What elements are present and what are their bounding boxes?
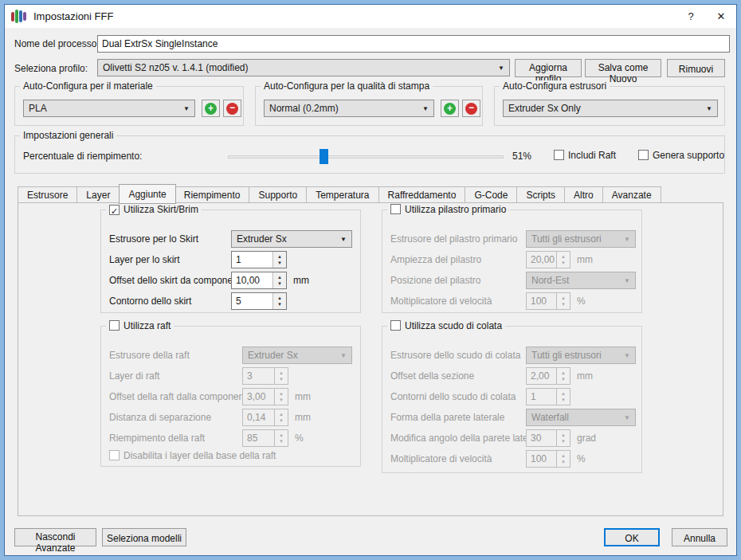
raft-offset-label: Offset della raft dalla componente <box>109 391 252 402</box>
spinner-arrows: ▲▼ <box>556 252 570 268</box>
tab-temperatura[interactable]: Temperatura <box>307 186 378 203</box>
tab-estrusore[interactable]: Estrusore <box>18 186 77 203</box>
title-bar[interactable]: Impostazioni FFF ? ✕ <box>5 5 736 28</box>
quality-select[interactable]: Normal (0.2mm) ▼ <box>264 100 434 117</box>
general-settings-group: Impostazioni generali Percentuale di rie… <box>14 135 725 174</box>
skirt-layers-spinner[interactable]: 1 ▲▼ <box>231 251 287 268</box>
add-quality-button[interactable]: + <box>441 100 459 117</box>
spinner-arrows: ▲▼ <box>556 430 570 446</box>
chevron-down-icon: ▼ <box>624 414 635 421</box>
tab-altro[interactable]: Altro <box>565 186 603 203</box>
raft-offset-spinner: 3,00 ▲▼ <box>242 388 288 405</box>
tab-raffreddamento[interactable]: Raffreddamento <box>379 186 466 203</box>
cancel-button[interactable]: Annulla <box>672 528 727 546</box>
skirt-offset-unit: mm <box>293 275 309 286</box>
pillar-enable-checkbox[interactable] <box>390 204 401 214</box>
infill-percentage-label: Percentuale di riempimento: <box>23 151 142 162</box>
spin-up-icon: ▲ <box>279 370 284 376</box>
process-name-input[interactable] <box>97 35 730 53</box>
hide-advanced-button[interactable]: Nascondi Avanzate <box>14 528 96 546</box>
spin-down-icon[interactable]: ▼ <box>277 301 282 307</box>
tab-supporto[interactable]: Supporto <box>249 186 307 203</box>
shield-enable-checkbox[interactable] <box>390 320 401 331</box>
raft-enable-checkbox[interactable] <box>109 320 120 331</box>
raft-layers-label: Layer di raft <box>109 370 159 382</box>
spin-up-icon[interactable]: ▲ <box>277 253 282 260</box>
spin-up-icon[interactable]: ▲ <box>277 274 282 280</box>
tab-riempimento[interactable]: Riempimento <box>175 186 250 203</box>
spinner-arrows[interactable]: ▲▼ <box>272 252 286 268</box>
shield-offset-label: Offset della sezione <box>390 370 474 382</box>
shield-extruder-select: Tutti gli estrusori ▼ <box>526 347 636 364</box>
include-raft-checkbox-row[interactable]: Includi Raft <box>554 150 616 161</box>
shield-speed-unit: % <box>577 453 586 464</box>
close-button[interactable]: ✕ <box>706 5 736 28</box>
remove-quality-button[interactable]: − <box>462 100 480 117</box>
spinner-arrows[interactable]: ▲▼ <box>272 293 286 309</box>
shield-extruder-label: Estrusore dello scudo di colata <box>390 350 520 361</box>
spinner-value: 10,00 <box>232 272 272 288</box>
help-icon: ? <box>688 10 693 22</box>
generate-support-label: Genera supporto <box>653 150 724 161</box>
ok-button[interactable]: OK <box>604 528 660 546</box>
pillar-location-select: Nord-Est ▼ <box>526 272 636 289</box>
raft-extruder-select: Extruder Sx ▼ <box>242 347 352 364</box>
plus-icon: + <box>444 103 456 115</box>
raft-separation-spinner: 0,14 ▲▼ <box>242 409 288 426</box>
profile-select[interactable]: Olivetti S2 nz05 v. 1.4.1 (modified) ▼ <box>97 59 510 76</box>
skirt-extruder-select[interactable]: Extruder Sx ▼ <box>231 230 352 248</box>
tab-g-code[interactable]: G-Code <box>465 186 517 203</box>
raft-infill-label: Riempimento della raft <box>109 433 205 444</box>
infill-slider-thumb[interactable] <box>320 149 328 164</box>
remove-material-button[interactable]: − <box>223 100 241 117</box>
autoconfig-quality-title: Auto-Configura per la qualità di stampa <box>261 80 433 92</box>
spinner-arrows[interactable]: ▲▼ <box>272 272 286 288</box>
include-raft-checkbox[interactable] <box>554 150 564 160</box>
tab-layer[interactable]: Layer <box>77 186 120 203</box>
chevron-down-icon: ▼ <box>498 65 509 72</box>
spin-down-icon: ▼ <box>561 438 566 444</box>
chevron-down-icon: ▼ <box>624 236 635 243</box>
chevron-down-icon: ▼ <box>422 105 433 112</box>
spin-down-icon: ▼ <box>279 376 284 382</box>
save-as-new-button[interactable]: Salva come Nuovo <box>585 59 661 77</box>
shield-extruder-value: Tutti gli estrusori <box>527 350 624 361</box>
skirt-offset-label: Offset dello skirt da componente <box>109 275 246 286</box>
update-profile-button[interactable]: Aggiorna profilo <box>515 59 582 77</box>
skirt-outlines-spinner[interactable]: 5 ▲▼ <box>231 292 287 310</box>
skirt-group: ✓Utilizza Skirt/Brim Estrusore per lo Sk… <box>100 210 361 313</box>
spin-up-icon[interactable]: ▲ <box>277 295 282 301</box>
generate-support-checkbox[interactable] <box>638 150 649 160</box>
chevron-down-icon: ▼ <box>624 352 635 359</box>
tab-aggiunte[interactable]: Aggiunte <box>119 184 175 204</box>
tab-scripts[interactable]: Scripts <box>517 186 565 203</box>
raft-extruder-value: Extruder Sx <box>243 350 340 361</box>
shield-offset-spinner: 2,00 ▲▼ <box>526 367 570 385</box>
process-name-label: Nome del processo: <box>14 38 100 49</box>
infill-slider-track[interactable] <box>228 155 504 159</box>
pillar-width-spinner: 20,00 ▲▼ <box>526 251 570 268</box>
add-material-button[interactable]: + <box>202 100 220 117</box>
spinner-value: 100 <box>527 451 556 467</box>
raft-group: Utilizza raft Estrusore della raft Extru… <box>100 326 361 467</box>
raft-disable-base-label: Disabilita i layer della base della raft <box>124 450 276 461</box>
spin-up-icon: ▲ <box>279 411 284 417</box>
spin-down-icon[interactable]: ▼ <box>277 260 282 266</box>
spinner-value: 30 <box>527 430 556 446</box>
extruders-select[interactable]: Extruder Sx Only ▼ <box>503 100 718 117</box>
help-button[interactable]: ? <box>676 5 706 28</box>
select-models-button[interactable]: Seleziona modelli <box>102 528 186 546</box>
shield-shape-value: Waterfall <box>527 412 624 423</box>
spinner-value: 20,00 <box>527 252 556 268</box>
tab-avanzate[interactable]: Avanzate <box>603 186 661 203</box>
spin-down-icon[interactable]: ▼ <box>277 280 282 287</box>
remove-profile-button[interactable]: Rimuovi <box>667 59 725 77</box>
shield-group: Utilizza scudo di colata Estrusore dello… <box>382 326 642 473</box>
generate-support-checkbox-row[interactable]: Genera supporto <box>638 150 724 161</box>
pillar-location-value: Nord-Est <box>527 275 624 286</box>
skirt-offset-spinner[interactable]: 10,00 ▲▼ <box>231 272 287 289</box>
skirt-enable-checkbox[interactable]: ✓ <box>109 205 120 215</box>
spin-up-icon: ▲ <box>561 253 566 260</box>
material-select[interactable]: PLA ▼ <box>23 100 195 117</box>
spinner-arrows: ▲▼ <box>274 409 288 425</box>
